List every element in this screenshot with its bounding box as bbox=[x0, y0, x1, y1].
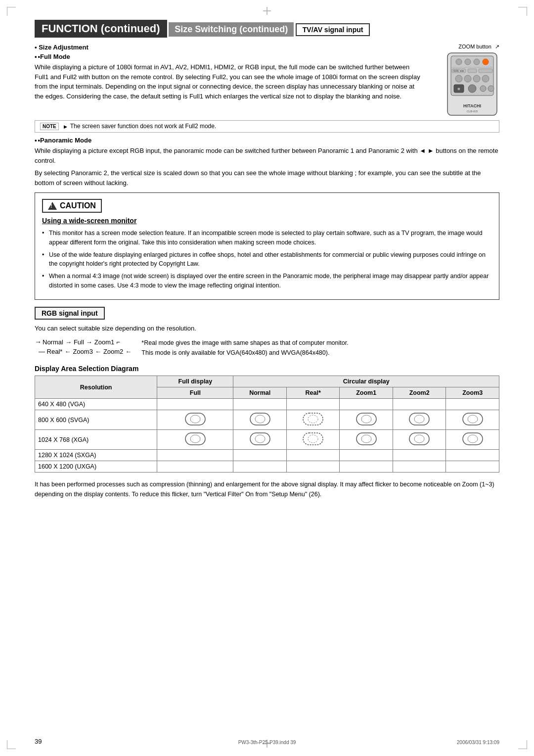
sub-col-full: Full bbox=[157, 387, 233, 399]
svg-point-45 bbox=[361, 435, 371, 443]
flow-arrow-right-1: → bbox=[35, 338, 42, 346]
flow-real: — Real* bbox=[39, 348, 62, 355]
full-cell bbox=[157, 430, 233, 450]
svg-text:CLB-6/S: CLB-6/S bbox=[467, 110, 478, 113]
svg-text:⊕: ⊕ bbox=[457, 87, 460, 91]
flow-arrow-down: ⌐ bbox=[116, 338, 120, 346]
caution-item-2: Use of the wide feature displaying enlar… bbox=[42, 250, 492, 269]
table-row: 800 X 600 (SVGA) bbox=[35, 410, 499, 430]
normal-cell bbox=[233, 461, 286, 472]
flow-arrow-back-2: ← bbox=[95, 348, 101, 355]
section-title: Size Switching (continued) bbox=[169, 22, 294, 37]
svg-point-41 bbox=[255, 435, 265, 443]
note-text: The screen saver function does not work … bbox=[70, 123, 216, 130]
zoom-button-label: ZOOM button ↗ bbox=[458, 44, 499, 50]
svg-rect-13 bbox=[468, 69, 477, 73]
page-number: 39 bbox=[35, 738, 42, 745]
zoom1-cell bbox=[340, 461, 393, 472]
table-row: 1600 X 1200 (UXGA) bbox=[35, 461, 499, 472]
svg-point-35 bbox=[414, 415, 424, 423]
svg-point-7 bbox=[465, 59, 471, 65]
svg-point-17 bbox=[473, 75, 480, 82]
zoom1-cell bbox=[340, 399, 393, 410]
real-cell bbox=[286, 430, 339, 450]
table-row: 1024 X 768 (XGA) bbox=[35, 430, 499, 450]
rgb-intro: You can select suitable size depending o… bbox=[35, 324, 499, 333]
caution-badge: CAUTION bbox=[42, 199, 102, 213]
flow-full: Full bbox=[74, 338, 84, 346]
svg-rect-10 bbox=[452, 67, 492, 68]
zoom3-cell bbox=[446, 410, 499, 430]
footer-note: It has been performed processes such as … bbox=[35, 479, 499, 499]
note-arrow-icon bbox=[64, 123, 67, 130]
full-mode-body: While displaying a picture of 1080i form… bbox=[35, 62, 423, 101]
col-full-display: Full display bbox=[157, 376, 233, 387]
note-label: NOTE bbox=[40, 123, 59, 130]
flow-arrow-2: → bbox=[86, 338, 92, 346]
resolution-cell: 1024 X 768 (XGA) bbox=[35, 430, 157, 450]
real-cell bbox=[286, 410, 339, 430]
resolution-cell: 1600 X 1200 (UXGA) bbox=[35, 461, 157, 472]
svg-rect-14 bbox=[479, 69, 492, 73]
flow-arrow-back-1: ← bbox=[64, 348, 71, 355]
note-box: NOTE The screen saver function does not … bbox=[35, 120, 499, 133]
normal-cell bbox=[233, 410, 286, 430]
resolution-cell: 640 X 480 (VGA) bbox=[35, 399, 157, 410]
panoramic-mode-label: •Panoramic Mode bbox=[35, 137, 499, 144]
zoom1-cell bbox=[340, 450, 393, 461]
sub-col-normal: Normal bbox=[233, 387, 286, 399]
panoramic-body2: By selecting Panoramic 2, the vertical s… bbox=[35, 168, 499, 188]
real-cell bbox=[286, 461, 339, 472]
full-cell bbox=[157, 450, 233, 461]
zoom3-cell bbox=[446, 450, 499, 461]
flow-arrow-back-end: ← bbox=[125, 348, 132, 355]
panoramic-body1: While displaying a picture except RGB in… bbox=[35, 146, 499, 165]
size-adjustment-heading: Size Adjustment bbox=[35, 44, 423, 51]
table-row: 640 X 480 (VGA) bbox=[35, 399, 499, 410]
svg-point-8 bbox=[474, 59, 480, 65]
svg-point-29 bbox=[255, 415, 265, 423]
flow-note2: This mode is only available for VGA(640x… bbox=[141, 348, 348, 358]
svg-point-31 bbox=[308, 415, 318, 423]
real-cell bbox=[286, 450, 339, 461]
display-table: Resolution Full display Circular display… bbox=[35, 376, 499, 472]
svg-point-33 bbox=[361, 415, 371, 423]
svg-point-43 bbox=[308, 435, 318, 443]
svg-point-6 bbox=[456, 59, 462, 65]
caution-label: CAUTION bbox=[60, 201, 96, 210]
main-title: FUNCTION (continued) bbox=[35, 20, 167, 38]
sub-col-real: Real* bbox=[286, 387, 339, 399]
footer-date: 2006/03/31 9:13:09 bbox=[457, 740, 499, 745]
zoom3-cell bbox=[446, 461, 499, 472]
full-mode-label: •Full Mode bbox=[35, 53, 423, 60]
normal-cell bbox=[233, 450, 286, 461]
caution-item-1: This monitor has a screen mode selection… bbox=[42, 229, 492, 247]
col-resolution: Resolution bbox=[35, 376, 157, 399]
remote-control-image: SIZE ◄► ⊕ HITACHI CLB-6/S bbox=[445, 52, 499, 116]
svg-point-49 bbox=[468, 435, 478, 443]
full-cell bbox=[157, 461, 233, 472]
zoom1-cell bbox=[340, 430, 393, 450]
flow-zoom3: Zoom3 bbox=[73, 348, 92, 355]
resolution-cell: 1280 X 1024 (SXGA) bbox=[35, 450, 157, 461]
zoom2-cell bbox=[393, 399, 445, 410]
full-cell bbox=[157, 410, 233, 430]
svg-point-27 bbox=[190, 415, 200, 423]
svg-text:SIZE ◄►: SIZE ◄► bbox=[453, 69, 464, 72]
tvav-signal-box: TV/AV signal input bbox=[296, 23, 370, 36]
caution-triangle-icon bbox=[48, 202, 57, 210]
caution-subtitle: Using a wide-screen monitor bbox=[42, 217, 492, 225]
flow-note1: *Real mode gives the image with same sha… bbox=[141, 338, 348, 348]
zoom3-cell bbox=[446, 430, 499, 450]
svg-point-18 bbox=[482, 75, 489, 82]
normal-cell bbox=[233, 399, 286, 410]
zoom1-cell bbox=[340, 410, 393, 430]
sub-col-zoom1: Zoom1 bbox=[340, 387, 393, 399]
display-table-title: Display Area Selection Diagram bbox=[35, 365, 499, 373]
caution-box: CAUTION Using a wide-screen monitor This… bbox=[35, 192, 499, 300]
caution-item-3: When a normal 4:3 image (not wide screen… bbox=[42, 272, 492, 290]
zoom2-cell bbox=[393, 410, 445, 430]
table-row: 1280 X 1024 (SXGA) bbox=[35, 450, 499, 461]
svg-point-15 bbox=[455, 75, 462, 82]
svg-text:HITACHI: HITACHI bbox=[463, 103, 481, 108]
